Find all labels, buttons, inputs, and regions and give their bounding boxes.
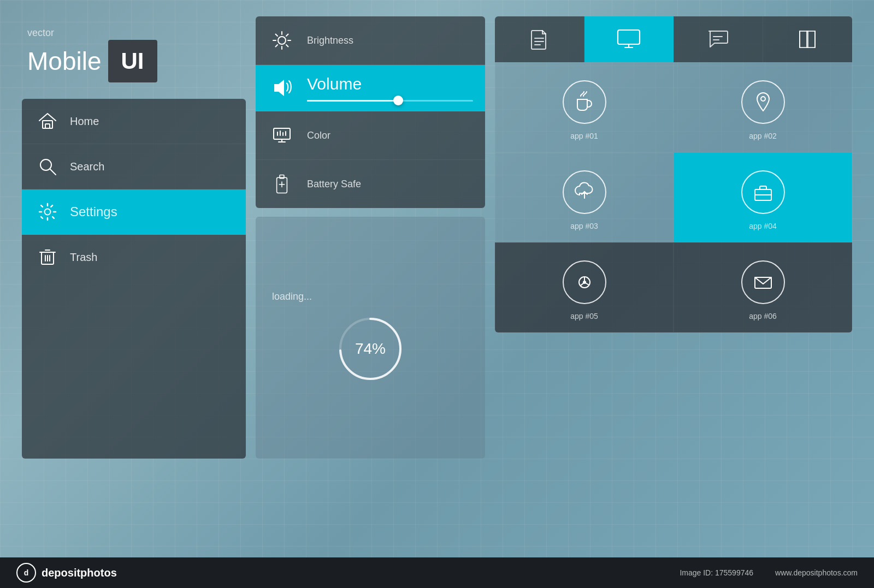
footer-logo: d depositphotos (16, 563, 117, 583)
loading-text: loading... (272, 291, 312, 302)
nav-item-search[interactable]: Search (22, 144, 246, 189)
footer-logo-text: depositphotos (42, 567, 117, 579)
location-icon (741, 80, 785, 124)
chat-icon (707, 29, 729, 50)
brand-area: vector Mobile UI (22, 16, 246, 99)
loading-card: loading... 74% (256, 217, 485, 459)
left-panel: vector Mobile UI Home (22, 16, 246, 459)
sun-icon (272, 31, 292, 50)
volume-slider-fill (307, 100, 398, 102)
nav-home-label: Home (70, 115, 99, 128)
app-cell-02[interactable]: app #02 (674, 62, 852, 152)
volume-label: Volume (307, 75, 473, 93)
upload-icon (563, 170, 606, 214)
settings-row-battery[interactable]: Battery Safe (256, 160, 485, 208)
svg-line-16 (286, 45, 288, 47)
top-icon-doc[interactable] (495, 16, 584, 62)
home-icon (37, 111, 58, 132)
loading-circle: 74% (335, 313, 406, 384)
brand-mobile-label: Mobile (27, 46, 102, 76)
nav-settings-label: Settings (70, 204, 117, 219)
app-cell-06[interactable]: app #06 (674, 242, 852, 332)
footer-image-id: Image ID: 175599746 (680, 568, 753, 577)
nav-item-settings[interactable]: Settings (22, 189, 246, 235)
svg-point-2 (40, 159, 51, 170)
color-icon-box (268, 121, 296, 150)
brand-vector-label: vector (27, 27, 240, 39)
top-icon-chat[interactable] (674, 16, 763, 62)
top-icon-monitor[interactable] (584, 16, 674, 62)
monitor-icon (272, 126, 292, 145)
monitor-large-icon (616, 28, 641, 50)
app01-label: app #01 (570, 132, 598, 140)
svg-rect-20 (274, 128, 290, 139)
loading-percent: 74% (335, 313, 406, 384)
volume-slider-thumb (393, 96, 403, 105)
brightness-icon-box (268, 26, 296, 55)
brand-title: Mobile UI (27, 40, 240, 82)
svg-point-45 (761, 97, 765, 101)
trash-icon (37, 247, 58, 268)
doc-icon (529, 28, 549, 50)
svg-line-17 (286, 34, 288, 37)
footer: d depositphotos Image ID: 175599746 www.… (0, 557, 874, 588)
volume-slider-track[interactable] (307, 100, 473, 102)
footer-right: Image ID: 175599746 www.depositphotos.co… (680, 568, 858, 577)
footer-logo-icon: d (16, 563, 36, 583)
svg-line-18 (276, 45, 278, 47)
briefcase-icon (741, 170, 785, 214)
app-cell-05[interactable]: app #05 (495, 242, 674, 332)
svg-rect-1 (45, 124, 50, 128)
search-icon (37, 156, 58, 177)
chart-icon (563, 260, 606, 304)
app04-label: app #04 (749, 222, 777, 230)
mail-icon (741, 260, 785, 304)
settings-row-color[interactable]: Color (256, 111, 485, 160)
app-cell-03[interactable]: app #03 (495, 152, 674, 242)
nav-trash-label: Trash (70, 251, 97, 264)
app06-label: app #06 (749, 312, 777, 320)
svg-line-15 (276, 34, 278, 37)
app02-label: app #02 (749, 132, 777, 140)
app-cell-01[interactable]: app #01 (495, 62, 674, 152)
volume-icon (270, 76, 294, 100)
middle-panel: Brightness Volume (256, 16, 485, 459)
battery-icon (274, 174, 290, 194)
nav-item-trash[interactable]: Trash (22, 235, 246, 280)
settings-row-brightness[interactable]: Brightness (256, 16, 485, 65)
app05-label: app #05 (570, 312, 598, 320)
footer-website: www.depositphotos.com (775, 568, 858, 577)
brightness-label: Brightness (307, 35, 353, 46)
svg-point-10 (278, 37, 286, 44)
nav-search-label: Search (70, 161, 104, 173)
app-cell-04[interactable]: app #04 (674, 152, 852, 242)
top-icons-row (495, 16, 852, 62)
svg-marker-19 (274, 80, 284, 96)
battery-icon-box (268, 170, 296, 198)
coffee-icon (563, 80, 606, 124)
volume-icon-box (268, 74, 296, 102)
book-icon (796, 29, 818, 50)
color-label: Color (307, 130, 330, 141)
nav-item-home[interactable]: Home (22, 99, 246, 144)
svg-line-3 (50, 169, 56, 175)
settings-row-volume[interactable]: Volume (256, 65, 485, 111)
top-icon-book[interactable] (763, 16, 853, 62)
app03-label: app #03 (570, 222, 598, 230)
svg-rect-36 (618, 30, 640, 44)
brand-ui-box: UI (108, 40, 157, 82)
apps-grid: app #01 app #02 (495, 16, 852, 332)
svg-point-4 (45, 209, 51, 215)
right-panel: app #01 app #02 (495, 16, 852, 459)
main-container: vector Mobile UI Home (0, 0, 874, 459)
volume-section: Volume (307, 75, 473, 102)
svg-point-50 (583, 281, 586, 283)
nav-panel: Home Search Settings (22, 99, 246, 459)
settings-card: Brightness Volume (256, 16, 485, 208)
settings-icon (37, 201, 58, 222)
battery-label: Battery Safe (307, 179, 361, 190)
